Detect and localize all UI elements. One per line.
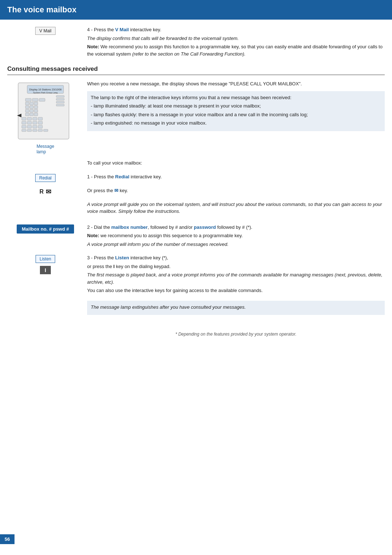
step-mailbox-row: Mailbox no. # pswd # 2 - Dial the mailbo… xyxy=(7,224,385,250)
svg-rect-9 xyxy=(56,101,64,103)
phone-left: Display 16 Stations 23/10/08 System Park… xyxy=(7,80,87,154)
step-mailbox-note: Note: we recommend you to assign this se… xyxy=(87,232,385,239)
page-title: The voice mailbox xyxy=(7,5,385,15)
svg-rect-18 xyxy=(30,109,33,112)
lamp-line4: - lamp extinguished: no message in your … xyxy=(91,119,381,127)
listen-italic1: The first message is played back, and a … xyxy=(87,271,385,285)
redial-key-button[interactable]: Redial xyxy=(35,174,56,182)
step-redial-row: Redial 1 - Press the Redial interactive … xyxy=(7,173,385,182)
step-vmail-note: Note: We recommend you to assign this fu… xyxy=(87,43,385,57)
or-press-text: Or press the ✉ key. xyxy=(87,187,385,194)
svg-rect-15 xyxy=(30,106,33,109)
envelope-key-symbol: ✉ xyxy=(114,188,118,193)
page-number: 56 xyxy=(0,534,15,544)
svg-rect-14 xyxy=(25,106,29,109)
vmail-key-name: V Mail xyxy=(115,27,129,32)
call-mailbox-right: To call your voice mailbox: xyxy=(87,159,385,168)
step-listen-row: Listen I 3 - Press the Listen interactiv… xyxy=(7,254,385,296)
svg-rect-36 xyxy=(27,129,32,131)
voice-prompt-left xyxy=(7,201,87,202)
svg-rect-29 xyxy=(33,121,37,124)
svg-rect-37 xyxy=(33,129,37,131)
svg-rect-24 xyxy=(27,117,32,120)
svg-rect-13 xyxy=(34,102,38,105)
footnote-row: * Depending on the features provided by … xyxy=(7,324,385,339)
message-lamp-label: Message lamp xyxy=(37,143,54,154)
consulting-row: Display 16 Stations 23/10/08 System Park… xyxy=(7,80,385,154)
call-mailbox-text: To call your voice mailbox: xyxy=(87,159,385,167)
listen-key-button[interactable]: Listen xyxy=(36,255,55,263)
step-vmail-right: 4 - Press the V Mail interactive key. Th… xyxy=(87,26,385,59)
consulting-right: When you receive a new message, the disp… xyxy=(87,80,385,135)
svg-rect-11 xyxy=(25,102,29,105)
step-vmail-row: V Mail 4 - Press the V Mail interactive … xyxy=(7,26,385,59)
envelope-left: R ✉ xyxy=(7,187,87,196)
vmail-key-button[interactable]: V Mail xyxy=(35,27,55,35)
call-mailbox-left xyxy=(7,159,87,160)
svg-rect-25 xyxy=(33,117,37,120)
lamp-line1: The lamp to the right of the interactive… xyxy=(91,94,381,101)
step-mailbox-left: Mailbox no. # pswd # xyxy=(7,224,87,234)
footnote-text: * Depending on the features provided by … xyxy=(87,331,385,337)
note-italic-1: (refer to the section on The Call Forwar… xyxy=(132,51,245,57)
envelope-right: Or press the ✉ key. xyxy=(87,187,385,196)
svg-rect-16 xyxy=(34,106,38,109)
redial-key-name: Redial xyxy=(115,174,129,179)
svg-rect-39 xyxy=(44,129,48,131)
note-bold-1: Note: xyxy=(87,44,99,49)
lamp-line2: - lamp illuminated steadily: at least on… xyxy=(91,102,381,110)
svg-rect-22 xyxy=(34,113,38,116)
svg-rect-20 xyxy=(25,113,29,116)
step-vmail-left: V Mail xyxy=(7,26,87,35)
envelope-icon: ✉ xyxy=(46,188,51,196)
voice-prompt-right: A voice prompt will guide you on the voi… xyxy=(87,201,385,219)
svg-rect-38 xyxy=(38,129,42,131)
voice-prompt-row: A voice prompt will guide you on the voi… xyxy=(7,201,385,219)
envelope-row: R ✉ Or press the ✉ key. xyxy=(7,187,385,196)
step-redial-left: Redial xyxy=(7,173,87,182)
page-header: The voice mailbox xyxy=(0,0,392,20)
svg-rect-26 xyxy=(38,117,42,120)
section-heading: Consulting messages received xyxy=(7,65,385,75)
mailbox-key-button[interactable]: Mailbox no. # pswd # xyxy=(17,224,74,234)
i-key-button[interactable]: I xyxy=(40,266,51,274)
footnote-left xyxy=(7,324,87,324)
shaded-note-box: The message lamp extinguishes after you … xyxy=(87,301,385,315)
svg-rect-21 xyxy=(30,113,33,116)
svg-rect-34 xyxy=(38,125,42,128)
step-listen-text: 3 - Press the Listen interactive key (*)… xyxy=(87,254,385,262)
step-listen-right: 3 - Press the Listen interactive key (*)… xyxy=(87,254,385,296)
step-redial-text: 1 - Press the Redial interactive key. xyxy=(87,173,385,181)
voice-prompt-text: A voice prompt will guide you on the voi… xyxy=(87,201,385,215)
call-mailbox-row: To call your voice mailbox: xyxy=(7,159,385,168)
lamp-line3: - lamp flashes quickly: there is a messa… xyxy=(91,111,381,118)
shaded-note-right: The message lamp extinguishes after you … xyxy=(87,301,385,319)
svg-rect-31 xyxy=(22,125,26,128)
lamp-description-shaded: The lamp to the right of the interactive… xyxy=(87,91,385,131)
r-letter: R xyxy=(40,189,44,195)
shaded-note-text: The message lamp extinguishes after you … xyxy=(91,304,381,311)
svg-rect-17 xyxy=(25,109,29,112)
step-mailbox-right: 2 - Dial the mailbox number, followed by… xyxy=(87,224,385,250)
consulting-intro: When you receive a new message, the disp… xyxy=(87,80,385,88)
svg-rect-27 xyxy=(22,121,26,124)
vmail-key-suffix: interactive key. xyxy=(129,27,161,32)
password-key: password xyxy=(194,224,216,230)
svg-text:System Park Group   Lang: System Park Group Lang xyxy=(33,92,57,94)
step-mailbox-text: 2 - Dial the mailbox number, followed by… xyxy=(87,224,385,231)
step-listen-left: Listen I xyxy=(7,254,87,274)
step-vmail-text: 4 - Press the V Mail interactive key. xyxy=(87,26,385,33)
listen-normal1: You can also use the interactive keys fo… xyxy=(87,287,385,294)
footnote-right: * Depending on the features provided by … xyxy=(87,324,385,339)
listen-or-press: or press the I key on the dialing keypad… xyxy=(87,263,385,270)
svg-rect-23 xyxy=(22,117,26,120)
svg-rect-33 xyxy=(33,125,37,128)
svg-rect-10 xyxy=(56,104,64,106)
step-redial-right: 1 - Press the Redial interactive key. xyxy=(87,173,385,182)
svg-rect-19 xyxy=(34,109,38,112)
svg-rect-8 xyxy=(56,98,64,100)
svg-rect-30 xyxy=(38,121,42,124)
svg-rect-7 xyxy=(56,96,64,97)
step-vmail-italic: The display confirms that calls will be … xyxy=(87,35,385,42)
svg-rect-6 xyxy=(39,98,45,101)
